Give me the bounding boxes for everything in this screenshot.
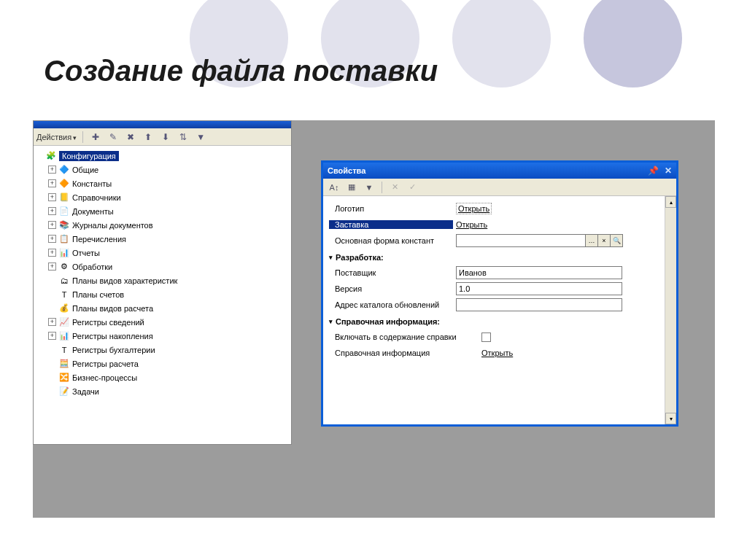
tree-item-icon: ⚙ (58, 261, 70, 273)
close-icon[interactable]: ✕ (665, 166, 672, 176)
prop-row-logo: Логотип Открыть (329, 201, 659, 217)
expander-icon[interactable]: + (48, 207, 56, 215)
constform-input[interactable] (456, 234, 586, 247)
tree-item-icon: 💰 (58, 303, 70, 314)
prop-label: Основная форма констант (329, 236, 453, 245)
tree-item[interactable]: +📋Перечисления (35, 232, 290, 246)
tree-item[interactable]: ТРегистры бухгалтерии (35, 343, 290, 357)
prop-label: Заставка (329, 220, 453, 229)
tree-item-label: Задачи (72, 387, 99, 396)
properties-content: Логотип Открыть Заставка Открыть Основна… (323, 196, 665, 424)
tree-item[interactable]: 🔀Бизнес-процессы (35, 370, 290, 384)
expander-icon[interactable]: + (48, 166, 56, 174)
tree-item-icon: 📄 (58, 206, 70, 217)
down-icon[interactable]: ⬇ (159, 131, 172, 144)
tree-item-label: Регистры накопления (72, 332, 153, 341)
expander-icon[interactable]: + (48, 262, 56, 271)
expander-icon[interactable]: + (48, 249, 56, 257)
tree-item[interactable]: 📝Задачи (35, 384, 290, 398)
tree-item[interactable]: +🔶Константы (35, 176, 290, 190)
prop-label: Поставщик (329, 268, 453, 277)
tree-item-icon: 🗂 (58, 275, 70, 287)
expander-icon[interactable]: + (48, 318, 56, 326)
filter-icon[interactable]: ▼ (363, 181, 376, 194)
tree-item-label: Документы (72, 207, 114, 216)
tree-item[interactable]: ТПланы счетов (35, 287, 290, 301)
expander-icon[interactable]: + (48, 179, 56, 187)
version-input[interactable] (456, 282, 622, 295)
config-icon: 🧩 (45, 150, 57, 162)
expander-icon[interactable]: + (48, 235, 56, 243)
lookup-button[interactable]: 🔍 (610, 234, 623, 247)
clear-button[interactable]: × (597, 234, 611, 247)
section-label: Разработка: (336, 253, 384, 262)
categorize-icon[interactable]: ▦ (345, 181, 358, 194)
tree-root[interactable]: 🧩 Конфигурация (35, 149, 290, 163)
tree-item-label: Обработки (72, 262, 112, 271)
tree-item[interactable]: +📈Регистры сведений (35, 315, 290, 329)
prop-row-supplier: Поставщик (329, 265, 659, 281)
tree-item[interactable]: 💰Планы видов расчета (35, 301, 290, 315)
tree-item-label: Планы видов характеристик (72, 276, 177, 285)
actions-menu[interactable]: Действия (36, 133, 77, 141)
tree-item-label: Справочники (72, 193, 121, 202)
sort-icon[interactable]: ⇅ (177, 131, 190, 144)
tree-item-icon: Т (58, 289, 70, 300)
tree-item[interactable]: +📊Регистры накопления (35, 329, 290, 343)
tree-item[interactable]: +🔷Общие (35, 163, 290, 176)
scroll-down[interactable]: ▾ (665, 413, 676, 424)
open-link[interactable]: Открыть (456, 220, 487, 229)
tree-item-icon: 📈 (58, 316, 70, 328)
prop-label: Логотип (329, 204, 453, 213)
tree-item-label: Перечисления (72, 235, 126, 244)
delete-icon[interactable]: ✖ (124, 131, 137, 144)
browse-button[interactable]: … (585, 234, 598, 247)
prop-row-catalog: Адрес каталога обновлений (329, 297, 659, 313)
tree-item[interactable]: +📊Отчеты (35, 246, 290, 260)
open-link[interactable]: Открыть (481, 349, 513, 357)
scroll-up[interactable]: ▴ (665, 196, 676, 208)
tree-item[interactable]: 🧮Регистры расчета (35, 357, 290, 370)
tree-item-label: Регистры сведений (72, 318, 144, 327)
add-icon[interactable]: ✚ (89, 131, 102, 144)
cancel-icon: ✕ (388, 181, 401, 194)
section-development[interactable]: ▾ Разработка: (329, 250, 659, 265)
prop-row-help-info: Справочная информация Открыть (329, 345, 659, 361)
expander-icon[interactable]: + (48, 221, 56, 229)
tree-item[interactable]: +⚙Обработки (35, 260, 290, 273)
chevron-down-icon: ▾ (329, 254, 333, 261)
tree-item-label: Журналы документов (72, 221, 153, 230)
tree-item-label: Регистры расчета (72, 359, 139, 368)
pin-icon[interactable]: 📌 (648, 166, 659, 176)
tree-item[interactable]: +📄Документы (35, 204, 290, 218)
expander-icon[interactable]: + (48, 193, 56, 201)
prop-label: Справочная информация (329, 349, 479, 357)
edit-icon[interactable]: ✎ (107, 131, 120, 144)
tree-item-label: Планы видов расчета (72, 304, 153, 313)
properties-window: Свойства 📌 ✕ A↕ ▦ ▼ ✕ ✓ Логотип Открыть … (321, 160, 678, 427)
tree-item-label: Планы счетов (72, 290, 124, 299)
tree-item-icon: 🔷 (58, 164, 70, 176)
properties-title: Свойства (328, 166, 365, 175)
decorative-circle (584, 0, 682, 88)
expander-icon[interactable]: + (48, 332, 56, 340)
config-tree: 🧩 Конфигурация +🔷Общие+🔶Константы+📒Справ… (34, 146, 291, 401)
catalog-input[interactable] (456, 298, 622, 311)
tree-item-label: Общие (72, 166, 98, 174)
tree-item[interactable]: +📚Журналы документов (35, 218, 290, 232)
scrollbar[interactable]: ▴ ▾ (665, 196, 676, 424)
slide-title: Создание файла поставки (44, 55, 438, 88)
tree-item-label: Константы (72, 179, 112, 188)
open-link[interactable]: Открыть (456, 203, 492, 214)
filter-icon[interactable]: ▼ (194, 131, 207, 144)
include-help-checkbox[interactable] (481, 332, 491, 342)
section-help[interactable]: ▾ Справочная информация: (329, 314, 659, 329)
chevron-down-icon: ▾ (329, 318, 333, 325)
panel-titlebar (34, 121, 291, 128)
tree-item[interactable]: 🗂Планы видов характеристик (35, 273, 290, 287)
sort-alpha-icon[interactable]: A↕ (328, 181, 341, 194)
tree-item[interactable]: +📒Справочники (35, 190, 290, 204)
up-icon[interactable]: ⬆ (142, 131, 155, 144)
supplier-input[interactable] (456, 266, 622, 279)
tree-item-icon: 📊 (58, 330, 70, 342)
